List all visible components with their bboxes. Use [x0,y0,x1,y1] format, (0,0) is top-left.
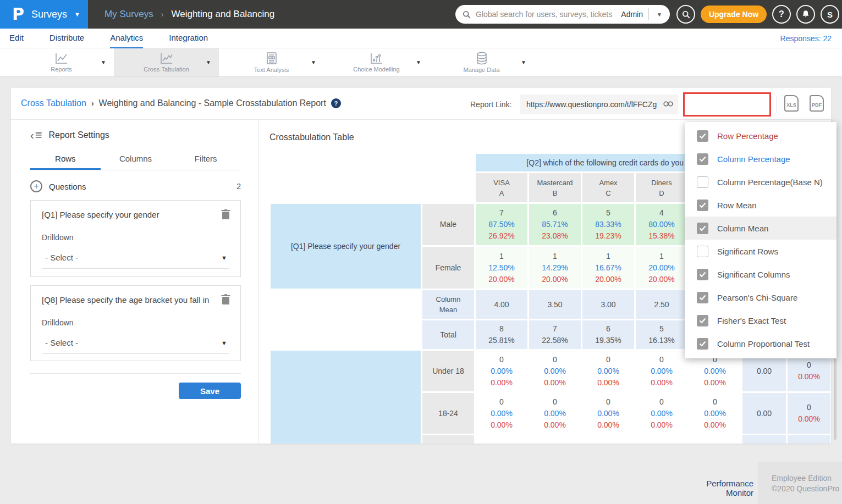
report-breadcrumb: Cross Tabulation › Weighting and Balanci… [21,98,341,108]
table-cell: 00.00%0.00% [689,393,741,434]
upgrade-now-button[interactable]: Upgrade Now [701,5,767,23]
tab-edit[interactable]: Edit [9,29,24,48]
xls-label: XLS [784,102,799,108]
performance-monitor-link[interactable]: Performance Monitor [682,479,753,497]
table-cell-clipped [742,435,786,444]
account-avatar[interactable]: S [821,5,839,24]
chevron-down-icon[interactable]: ▼ [416,59,421,65]
search-submit-button[interactable] [676,5,695,24]
tab-distribute[interactable]: Distribute [49,29,84,48]
menu-item-row-percentage[interactable]: Row Percentage [685,124,837,147]
toolbar-choice-modelling[interactable]: Choice Modelling ▼ [324,48,429,76]
col-header-diners: DinersD [636,173,687,202]
table-cell-clipped [529,435,581,444]
menu-item-column-mean[interactable]: Column Mean [685,217,837,240]
checkbox-checked[interactable] [697,292,708,303]
surveys-product-menu[interactable]: P Surveys ▼ [0,0,88,29]
delete-question-button[interactable] [221,209,230,219]
table-cell: 114.29%20.00% [529,247,581,289]
table-cell: 787.50%26.92% [476,204,527,245]
table-scrollbar[interactable] [834,352,837,440]
checkbox-checked[interactable] [697,200,708,211]
toolbar-cross-tabulation[interactable]: Cross-Tabulation ▼ [114,48,219,76]
search-scope-admin[interactable]: Admin [618,10,648,19]
menu-item-column-proportional-test[interactable]: Column Proportional Test [685,332,837,355]
checkbox-unchecked[interactable] [697,176,708,188]
chevron-down-icon[interactable]: ▼ [311,59,316,65]
checkbox-unchecked[interactable] [697,246,708,257]
chevron-down-icon[interactable]: ▼ [101,59,106,65]
survey-nav: Edit Distribute Analytics Integration Re… [0,29,842,48]
top-bar: P Surveys ▼ My Surveys › Weighting and B… [0,0,842,29]
menu-item-pearsons-chi-square[interactable]: Pearson's Chi-Square [685,286,837,309]
toolbar-label: Text Analysis [254,67,289,73]
add-question-button[interactable]: + [30,180,42,192]
table-cell-clipped [689,435,741,444]
tab-analytics[interactable]: Analytics [110,29,143,48]
link-icon[interactable] [663,100,673,108]
drilldown-select[interactable]: - Select - ▼ [42,338,229,354]
edition-box: Employee Edition ©2020 QuestionPro [758,462,842,504]
table-cell: 00.00%0.00% [529,393,581,434]
toolbar-text-analysis[interactable]: Text Analysis ▼ [219,48,324,76]
checkbox-checked[interactable] [697,338,708,350]
global-search-input[interactable] [476,10,618,19]
collapse-panel-icon[interactable]: ‹≡ [30,129,42,141]
menu-item-column-percentage[interactable]: Column Percentage [685,147,837,170]
chevron-down-icon: ▼ [74,11,80,18]
chevron-down-icon: ▼ [221,254,227,261]
table-cell-clipped [636,435,687,444]
checkbox-checked[interactable] [697,153,708,165]
save-button[interactable]: Save [179,383,241,399]
breadcrumb-my-surveys[interactable]: My Surveys [104,9,153,20]
toolbar-reports[interactable]: Reports ▼ [9,48,114,76]
table-cell: 116.67%20.00% [582,247,634,289]
menu-item-column-percentage-base-n[interactable]: Column Percentage(Base N) [685,170,837,193]
tab-integration[interactable]: Integration [169,29,208,48]
notifications-button[interactable] [796,5,815,24]
help-button[interactable]: ? [772,5,791,24]
drilldown-label: Drilldown [42,318,229,327]
checkbox-checked[interactable] [697,315,708,326]
row-label-column-mean: Column Mean [422,290,474,319]
pdf-label: PDF [810,102,824,108]
table-cell: 722.58% [529,320,581,349]
checkbox-checked[interactable] [697,130,708,142]
tab-filters[interactable]: Filters [170,150,241,170]
search-icon [682,10,690,19]
tab-rows[interactable]: Rows [30,150,101,170]
copyright-label: ©2020 QuestionPro [772,484,842,494]
toolbar-label: Manage Data [463,67,499,73]
export-xls-button[interactable]: XLS [784,95,800,113]
tab-columns[interactable]: Columns [101,150,171,170]
delete-question-button[interactable] [221,294,230,304]
breadcrumb-separator: › [161,10,164,19]
export-pdf-button[interactable]: PDF [810,95,825,113]
drilldown-select[interactable]: - Select - ▼ [42,253,229,269]
table-cell-clipped [476,435,527,444]
table-cell: 2.50 [636,290,687,319]
search-scope-caret[interactable]: ▼ [649,12,670,18]
cross-tabulation-link[interactable]: Cross Tabulation [21,98,86,108]
row-label-male: Male [422,204,474,245]
breadcrumb-separator: › [91,99,94,108]
questions-row: + Questions 2 [30,180,241,192]
checkbox-checked[interactable] [697,223,708,234]
menu-item-significant-columns[interactable]: Significant Columns [685,263,837,286]
question-mark-icon: ? [779,9,784,19]
menu-item-row-mean[interactable]: Row Mean [685,193,837,217]
menu-item-significant-rows[interactable]: Significant Rows [685,240,837,263]
table-cell: 583.33%19.23% [582,204,634,245]
report-link-input[interactable] [520,95,678,114]
help-icon[interactable]: ? [331,98,341,108]
bell-icon [801,10,810,19]
chevron-down-icon[interactable]: ▼ [521,59,526,65]
toolbar-manage-data[interactable]: Manage Data ▼ [429,48,534,76]
chevron-down-icon[interactable]: ▼ [206,59,211,65]
table-cell: 00.00%0.00% [636,351,687,391]
toolbar-label: Reports [51,66,72,73]
edition-label: Employee Edition [772,473,842,484]
table-cell: 825.81% [476,320,527,349]
menu-item-fishers-exact-test[interactable]: Fisher's Exact Test [685,309,837,332]
checkbox-checked[interactable] [697,269,708,280]
